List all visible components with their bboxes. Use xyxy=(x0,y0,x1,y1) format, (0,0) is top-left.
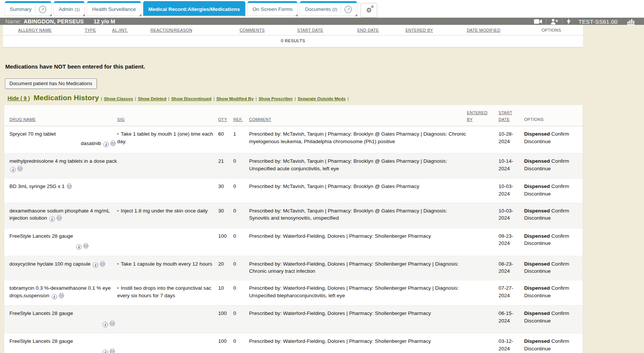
info-icon[interactable]: i xyxy=(49,216,55,222)
discontinue-link[interactable]: Discontinue xyxy=(524,166,551,171)
external-link-icon: ↗ xyxy=(344,6,352,13)
separator: | xyxy=(295,96,296,101)
chart-button[interactable] xyxy=(623,18,639,25)
tab-health-surveillance[interactable]: Health Surveillance xyxy=(87,1,141,16)
show-deleted-link[interactable]: Show Deleted xyxy=(138,96,166,101)
print-icon[interactable] xyxy=(17,166,23,174)
info-icon[interactable]: i xyxy=(76,244,82,250)
confirm-link[interactable]: Confirm xyxy=(551,208,569,214)
show-classes-link[interactable]: Show Classes xyxy=(104,96,133,101)
confirm-link[interactable]: Confirm xyxy=(551,158,569,164)
print-icon[interactable] xyxy=(99,261,106,269)
tab-on-screen-forms[interactable]: On Screen Forms xyxy=(247,1,298,16)
separator: | xyxy=(347,96,349,101)
confirm-link[interactable]: Confirm xyxy=(551,310,569,316)
discontinue-link[interactable]: Discontinue xyxy=(524,139,551,144)
add-person-button[interactable] xyxy=(546,18,562,25)
allergy-header-start-date[interactable]: START DATE xyxy=(297,28,358,32)
comment-cell: Prescribed by: Waterford-Fielding, Dolor… xyxy=(249,338,467,353)
video-camera-button[interactable] xyxy=(530,18,546,24)
comment-cell: Prescribed by: McTavish, Tarquin | Pharm… xyxy=(249,207,467,223)
info-icon[interactable]: i xyxy=(102,322,108,327)
discontinue-link[interactable]: Discontinue xyxy=(524,318,551,324)
info-icon[interactable]: i xyxy=(102,350,108,353)
print-icon[interactable] xyxy=(109,348,115,353)
ref-value: 0 xyxy=(233,285,236,291)
allergy-header-end-date[interactable]: END DATE xyxy=(357,28,405,32)
dispensed-status: Dispensed xyxy=(524,158,550,164)
tab-label: Admin xyxy=(59,6,73,12)
tab-admin[interactable]: Admin(1) xyxy=(54,1,85,16)
qty-value: 100 xyxy=(218,310,227,316)
discontinue-link[interactable]: Discontinue xyxy=(524,346,551,351)
show-modified-by-link[interactable]: Show Modified By xyxy=(216,96,254,101)
qty-value: 30 xyxy=(218,183,224,189)
header-qty[interactable]: QTY xyxy=(218,116,233,123)
discontinue-link[interactable]: Discontinue xyxy=(524,240,551,246)
header-start-date[interactable]: STARTDATE xyxy=(499,110,521,123)
allergy-header-options: OPTIONS xyxy=(542,28,583,32)
comment-text: Prescribed by: Waterford-Fielding, Dolor… xyxy=(249,310,431,316)
hide-medication-history-link[interactable]: Hide ( 9 ) xyxy=(8,95,30,101)
print-icon[interactable] xyxy=(110,141,116,148)
print-icon[interactable] xyxy=(56,215,62,223)
allergy-header-comments[interactable]: COMMENTS xyxy=(240,28,297,32)
allergy-header-date-modified[interactable]: DATE MODIFIED xyxy=(467,28,542,32)
info-icon[interactable]: i xyxy=(93,262,98,268)
print-icon[interactable] xyxy=(109,321,115,329)
no-medications-message: Medications have NOT been entered for th… xyxy=(5,63,644,70)
confirm-link[interactable]: Confirm xyxy=(551,233,569,239)
header-ref[interactable]: REF. xyxy=(233,116,249,123)
discontinue-link[interactable]: Discontinue xyxy=(524,293,551,298)
confirm-link[interactable]: Confirm xyxy=(551,285,569,291)
info-icon[interactable]: i xyxy=(10,167,16,173)
sig-cell xyxy=(117,157,218,173)
print-icon[interactable] xyxy=(58,293,64,301)
start-date: 10-03-2024 xyxy=(499,183,513,197)
confirm-link[interactable]: Confirm xyxy=(551,338,569,344)
allergy-header-al-int[interactable]: AL./INT. xyxy=(112,28,151,32)
lightning-icon xyxy=(566,18,571,25)
print-icon[interactable] xyxy=(66,183,72,191)
quick-action-button[interactable] xyxy=(563,18,575,25)
header-entered-by[interactable]: ENTEREDBY xyxy=(467,110,499,123)
discontinue-link[interactable]: Discontinue xyxy=(524,215,551,221)
confirm-link[interactable]: Confirm xyxy=(551,183,569,189)
confirm-link[interactable]: Confirm xyxy=(551,131,569,137)
allergy-header-entered-by[interactable]: ENTERED BY xyxy=(405,28,467,32)
header-sig[interactable]: SIG xyxy=(117,116,218,123)
info-icon[interactable]: i xyxy=(103,142,109,147)
separate-outside-meds-link[interactable]: Separate Outside Meds xyxy=(298,96,346,101)
tab-external-link-button[interactable]: ↗ xyxy=(35,6,46,13)
allergy-header-allergy-name[interactable]: ALLERGY NAME xyxy=(18,28,85,32)
sig-text: Take 1 capsule by mouth every 12 hours xyxy=(121,261,212,267)
tab-summary[interactable]: Summary↗ xyxy=(5,1,52,16)
entered-by-cell xyxy=(467,157,499,173)
allergy-header-type[interactable]: TYPE xyxy=(85,28,112,32)
drug-name: BD 3mL syringe 25G x 1 xyxy=(9,183,65,189)
show-discontinued-link[interactable]: Show Discontinued xyxy=(171,96,211,101)
dispensed-status: Dispensed xyxy=(524,208,550,214)
header-comment[interactable]: COMMENT xyxy=(249,116,467,123)
qty-value: 21 xyxy=(218,158,224,164)
ref-value: 0 xyxy=(233,183,236,189)
tab-settings-button[interactable]: ⚙ ⚙ xyxy=(361,3,377,18)
start-date: 03-12-2024 xyxy=(499,338,513,351)
medication-table-body: Sprycel 70 mg tabletdasatinib i•Take 1 t… xyxy=(4,126,583,353)
print-icon[interactable] xyxy=(83,243,89,251)
document-no-medications-button[interactable]: Document patient has No Medications xyxy=(5,78,97,89)
show-prescriber-link[interactable]: Show Prescriber xyxy=(259,96,293,101)
ref-value: 1 xyxy=(233,131,236,137)
info-icon[interactable]: i xyxy=(52,294,57,300)
header-drug-name[interactable]: DRUG NAME xyxy=(4,116,117,123)
sig-cell: •Take 1 tablet by mouth 1 (one) time eac… xyxy=(117,130,218,148)
drug-name: Sprycel 70 mg tablet xyxy=(9,131,56,137)
tab-external-link-button[interactable]: ↗ xyxy=(341,6,352,13)
drug-name-cell: doxycycline hyclate 100 mg capsule i xyxy=(4,260,117,275)
tab-documents[interactable]: Documents(2)↗ xyxy=(300,1,357,16)
discontinue-link[interactable]: Discontinue xyxy=(524,191,551,197)
discontinue-link[interactable]: Discontinue xyxy=(524,268,551,274)
allergy-header-reaction-reason[interactable]: REACTION/REASON xyxy=(150,28,240,32)
tab-medical-record-allergies-medications[interactable]: Medical Record:Allergies/Medications xyxy=(143,1,245,16)
confirm-link[interactable]: Confirm xyxy=(551,261,569,267)
